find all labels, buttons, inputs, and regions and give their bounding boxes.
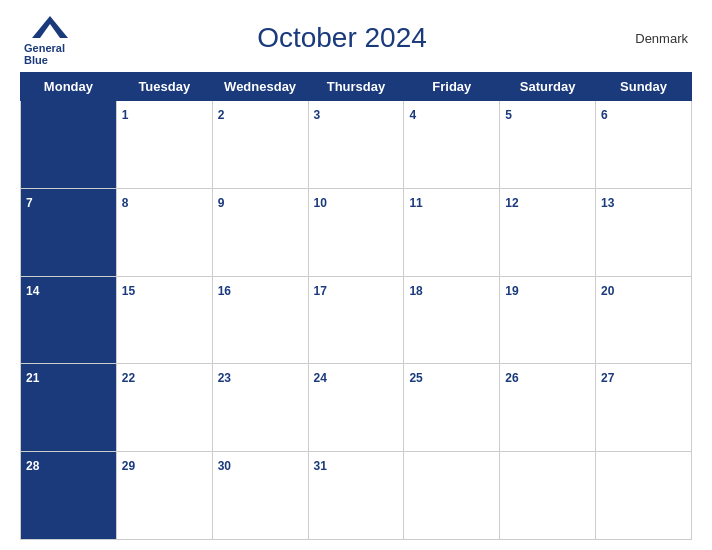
date-cell-3-7: 20: [596, 276, 692, 364]
calendar-week-5: 28293031: [21, 452, 692, 540]
date-cell-2-2: 8: [116, 188, 212, 276]
date-number: 27: [601, 371, 614, 385]
date-number: 31: [314, 459, 327, 473]
date-number: 8: [122, 196, 129, 210]
date-cell-1-7: 6: [596, 101, 692, 189]
date-number: 2: [218, 108, 225, 122]
date-cell-2-3: 9: [212, 188, 308, 276]
logo: General Blue: [24, 10, 76, 66]
date-cell-2-6: 12: [500, 188, 596, 276]
calendar-table: Monday Tuesday Wednesday Thursday Friday…: [20, 72, 692, 540]
date-number: 14: [26, 284, 39, 298]
date-number: 25: [409, 371, 422, 385]
date-cell-1-4: 3: [308, 101, 404, 189]
date-cell-4-4: 24: [308, 364, 404, 452]
date-cell-5-1: 28: [21, 452, 117, 540]
date-number: 28: [26, 459, 39, 473]
date-cell-1-5: 4: [404, 101, 500, 189]
date-number: 9: [218, 196, 225, 210]
date-number: 16: [218, 284, 231, 298]
calendar-week-2: 78910111213: [21, 188, 692, 276]
date-number: 10: [314, 196, 327, 210]
date-number: 21: [26, 371, 39, 385]
logo-general: General: [24, 42, 65, 54]
weekday-header-row: Monday Tuesday Wednesday Thursday Friday…: [21, 73, 692, 101]
date-number: 24: [314, 371, 327, 385]
date-number: 22: [122, 371, 135, 385]
date-number: 18: [409, 284, 422, 298]
header-monday: Monday: [21, 73, 117, 101]
header-tuesday: Tuesday: [116, 73, 212, 101]
date-cell-4-5: 25: [404, 364, 500, 452]
logo-blue: Blue: [24, 54, 65, 66]
date-cell-3-5: 18: [404, 276, 500, 364]
date-number: 29: [122, 459, 135, 473]
date-cell-5-4: 31: [308, 452, 404, 540]
calendar-header: General Blue October 2024 Denmark: [20, 10, 692, 66]
date-cell-5-3: 30: [212, 452, 308, 540]
date-cell-3-1: 14: [21, 276, 117, 364]
date-cell-2-4: 10: [308, 188, 404, 276]
date-number: 17: [314, 284, 327, 298]
date-cell-1-6: 5: [500, 101, 596, 189]
header-thursday: Thursday: [308, 73, 404, 101]
header-saturday: Saturday: [500, 73, 596, 101]
date-cell-4-6: 26: [500, 364, 596, 452]
date-cell-4-2: 22: [116, 364, 212, 452]
country-label: Denmark: [608, 31, 688, 46]
date-number: 6: [601, 108, 608, 122]
calendar-week-3: 14151617181920: [21, 276, 692, 364]
calendar-title: October 2024: [76, 22, 608, 54]
date-number: 5: [505, 108, 512, 122]
date-number: 30: [218, 459, 231, 473]
date-cell-1-1: [21, 101, 117, 189]
calendar-week-4: 21222324252627: [21, 364, 692, 452]
date-number: 1: [122, 108, 129, 122]
date-cell-1-3: 2: [212, 101, 308, 189]
header-sunday: Sunday: [596, 73, 692, 101]
date-cell-4-3: 23: [212, 364, 308, 452]
date-cell-2-7: 13: [596, 188, 692, 276]
date-cell-2-5: 11: [404, 188, 500, 276]
calendar-title-area: October 2024: [76, 22, 608, 54]
date-number: 15: [122, 284, 135, 298]
date-cell-5-5: [404, 452, 500, 540]
date-cell-3-4: 17: [308, 276, 404, 364]
date-number: 12: [505, 196, 518, 210]
date-cell-3-2: 15: [116, 276, 212, 364]
header-friday: Friday: [404, 73, 500, 101]
date-number: 19: [505, 284, 518, 298]
calendar-week-1: 123456: [21, 101, 692, 189]
date-number: 11: [409, 196, 422, 210]
date-number: 3: [314, 108, 321, 122]
header-wednesday: Wednesday: [212, 73, 308, 101]
date-cell-3-3: 16: [212, 276, 308, 364]
date-number: 13: [601, 196, 614, 210]
date-cell-4-1: 21: [21, 364, 117, 452]
date-cell-1-2: 1: [116, 101, 212, 189]
date-number: 7: [26, 196, 33, 210]
date-number: 23: [218, 371, 231, 385]
date-number: 20: [601, 284, 614, 298]
date-number: 4: [409, 108, 416, 122]
date-cell-4-7: 27: [596, 364, 692, 452]
date-cell-5-7: [596, 452, 692, 540]
date-cell-5-6: [500, 452, 596, 540]
date-cell-3-6: 19: [500, 276, 596, 364]
date-cell-5-2: 29: [116, 452, 212, 540]
date-cell-2-1: 7: [21, 188, 117, 276]
date-number: 26: [505, 371, 518, 385]
